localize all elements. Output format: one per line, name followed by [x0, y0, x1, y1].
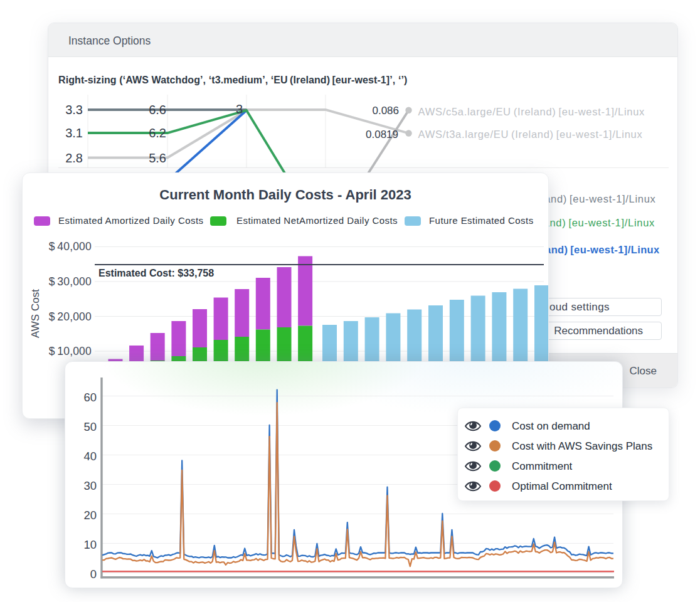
svg-text:3: 3: [236, 102, 243, 116]
svg-text:0.0819: 0.0819: [366, 129, 398, 140]
svg-text:3.1: 3.1: [65, 126, 83, 140]
svg-text:3.3: 3.3: [65, 103, 83, 117]
svg-text:2.8: 2.8: [65, 151, 83, 165]
svg-text:6.6: 6.6: [149, 103, 166, 117]
svg-text:0.086: 0.086: [372, 105, 399, 117]
svg-text:6.2: 6.2: [149, 126, 166, 140]
svg-text:5.6: 5.6: [149, 151, 166, 165]
